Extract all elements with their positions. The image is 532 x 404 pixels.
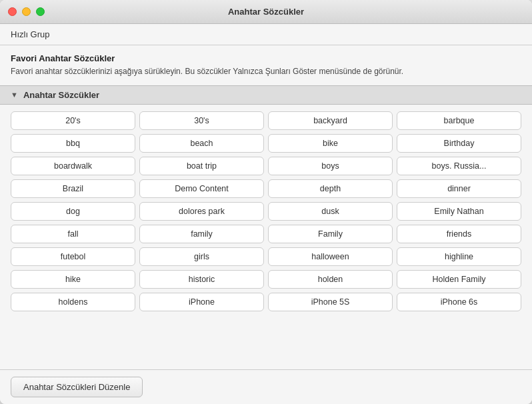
keyword-button[interactable]: fall (11, 225, 135, 243)
keyword-button[interactable]: dinner (397, 179, 521, 198)
keyword-button[interactable]: Emily Nathan (397, 202, 521, 221)
traffic-lights (8, 7, 45, 16)
keyword-button[interactable]: 30's (139, 111, 264, 130)
keyword-button[interactable]: barbque (397, 111, 521, 130)
keyword-button[interactable]: boat trip (139, 157, 264, 175)
keyword-button[interactable]: bike (268, 134, 393, 153)
hizli-grup-label: Hızlı Grup (0, 24, 532, 45)
footer: Anahtar Sözcükleri Düzenle (0, 369, 532, 404)
chevron-down-icon: ▼ (11, 91, 18, 99)
keyword-button[interactable]: Family (268, 225, 393, 243)
keyword-button[interactable]: boys (268, 157, 393, 175)
keyword-button[interactable]: highline (397, 247, 521, 266)
keyword-button[interactable]: holdens (11, 293, 135, 311)
window-content: Hızlı Grup Favori Anahtar Sözcükler Favo… (0, 24, 532, 369)
keyword-button[interactable]: historic (139, 270, 264, 289)
keyword-button[interactable]: friends (397, 225, 521, 243)
keyword-button[interactable]: dolores park (139, 202, 264, 221)
keyword-button[interactable]: dog (11, 202, 135, 221)
keywords-grid: 20's30'sbackyardbarbquebbqbeachbikeBirth… (0, 105, 532, 369)
keyword-button[interactable]: iPhone (139, 293, 264, 311)
keyword-button[interactable]: bbq (11, 134, 135, 153)
keyword-button[interactable]: hike (11, 270, 135, 289)
keyword-button[interactable]: Birthday (397, 134, 521, 153)
title-bar: Anahtar Sözcükler (0, 0, 532, 24)
window-title: Anahtar Sözcükler (228, 7, 304, 17)
main-window: Anahtar Sözcükler Hızlı Grup Favori Anah… (0, 0, 532, 404)
keyword-button[interactable]: iPhone 5S (268, 293, 393, 311)
keyword-button[interactable]: boardwalk (11, 157, 135, 175)
keyword-button[interactable]: holden (268, 270, 393, 289)
keyword-button[interactable]: depth (268, 179, 393, 198)
maximize-button[interactable] (36, 7, 45, 16)
keyword-button[interactable]: futebol (11, 247, 135, 266)
edit-keywords-button[interactable]: Anahtar Sözcükleri Düzenle (11, 377, 143, 397)
keyword-button[interactable]: Demo Content (139, 179, 264, 198)
keyword-button[interactable]: iPhone 6s (397, 293, 521, 311)
close-button[interactable] (8, 7, 17, 16)
keyword-button[interactable]: Brazil (11, 179, 135, 198)
keyword-button[interactable]: backyard (268, 111, 393, 130)
keyword-button[interactable]: family (139, 225, 264, 243)
keyword-button[interactable]: halloween (268, 247, 393, 266)
info-description: Favori anahtar sözcüklerinizi aşağıya sü… (11, 66, 521, 77)
keyword-button[interactable]: dusk (268, 202, 393, 221)
keyword-button[interactable]: girls (139, 247, 264, 266)
minimize-button[interactable] (22, 7, 31, 16)
keyword-button[interactable]: Holden Family (397, 270, 521, 289)
section-header-label: Anahtar Sözcükler (23, 90, 99, 100)
section-header: ▼ Anahtar Sözcükler (0, 85, 532, 105)
info-section: Favori Anahtar Sözcükler Favori anahtar … (0, 45, 532, 85)
keyword-button[interactable]: beach (139, 134, 264, 153)
info-title: Favori Anahtar Sözcükler (11, 53, 521, 63)
keyword-button[interactable]: 20's (11, 111, 135, 130)
keyword-button[interactable]: boys. Russia... (397, 157, 521, 175)
